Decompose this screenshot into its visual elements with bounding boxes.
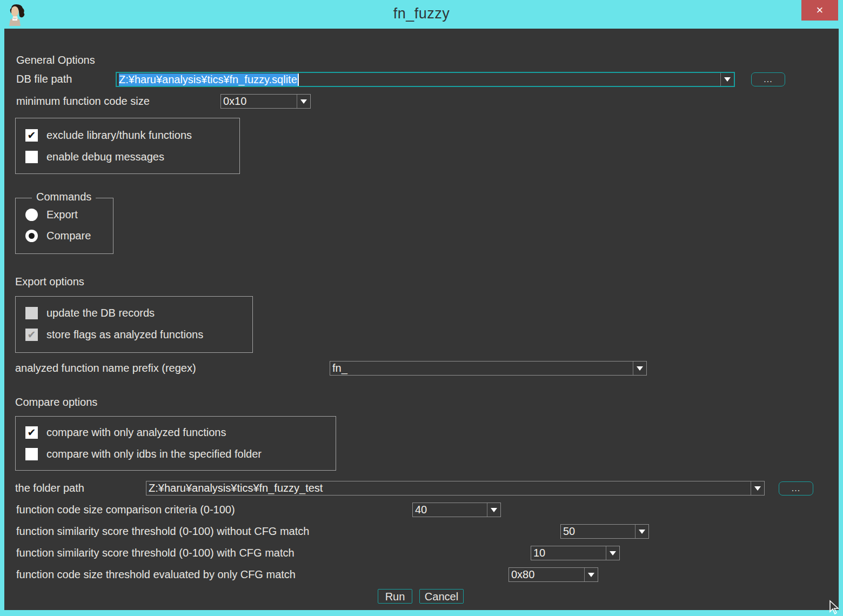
criteria-dropdown-without-cfg[interactable]: 50 [560, 524, 649, 539]
titlebar[interactable]: fn_fuzzy × [0, 0, 843, 29]
radio-label[interactable]: Compare [46, 230, 91, 242]
min-code-size-value: 0x10 [221, 95, 297, 108]
criteria-value: 0x80 [509, 568, 584, 581]
checkbox-row-enable-debug[interactable]: enable debug messages [25, 151, 164, 163]
checkbox[interactable] [25, 307, 38, 319]
prefix-label: analyzed function name prefix (regex) [15, 361, 196, 376]
export-checkbox-group: update the DB records store flags as ana… [15, 296, 253, 353]
criteria-label-only-cfg: function code size threshold evaluated b… [16, 567, 296, 582]
checkbox-row-only-analyzed[interactable]: compare with only analyzed functions [25, 426, 226, 439]
db-file-path-combobox[interactable]: Z:¥haru¥analysis¥tics¥fn_fuzzy.sqlite [116, 72, 735, 87]
prefix-combobox[interactable]: fn_ [330, 361, 647, 376]
chevron-down-icon[interactable] [584, 568, 598, 581]
criteria-dropdown-code-size[interactable]: 40 [412, 503, 501, 517]
chevron-down-icon[interactable] [297, 95, 310, 108]
criteria-value: 10 [531, 546, 606, 560]
chevron-down-icon[interactable] [487, 503, 500, 517]
criteria-value: 40 [413, 503, 487, 517]
prefix-value: fn_ [330, 361, 633, 375]
folder-path-value: Z:¥haru¥analysis¥tics¥fn_fuzzy_test [146, 481, 751, 495]
radio-row-export[interactable]: Export [25, 209, 78, 221]
db-file-path-text: Z:¥haru¥analysis¥tics¥fn_fuzzy.sqlite [117, 73, 720, 86]
run-button[interactable]: Run [378, 589, 412, 604]
export-options-heading: Export options [15, 274, 84, 289]
radio-label[interactable]: Export [46, 209, 78, 221]
checkbox[interactable] [25, 426, 38, 439]
radio-row-compare[interactable]: Compare [25, 230, 91, 242]
checkbox-label[interactable]: compare with only analyzed functions [46, 426, 226, 439]
checkbox-row-exclude-library[interactable]: exclude library/thunk functions [25, 129, 192, 142]
chevron-down-icon[interactable] [606, 546, 619, 560]
db-file-path-label: DB file path [16, 72, 72, 86]
compare-checkbox-group: compare with only analyzed functions com… [15, 416, 336, 471]
chevron-down-icon[interactable] [751, 481, 764, 495]
chevron-down-icon[interactable] [720, 73, 734, 86]
radio-button[interactable] [25, 230, 38, 242]
folder-path-combobox[interactable]: Z:¥haru¥analysis¥tics¥fn_fuzzy_test [146, 481, 765, 496]
criteria-dropdown-with-cfg[interactable]: 10 [531, 546, 620, 560]
checkbox-label[interactable]: store flags as analyzed functions [46, 329, 203, 341]
commands-legend: Commands [32, 191, 96, 203]
folder-browse-button[interactable]: ... [779, 481, 813, 496]
checkbox-label[interactable]: enable debug messages [46, 151, 164, 163]
criteria-dropdown-only-cfg[interactable]: 0x80 [509, 567, 598, 582]
chevron-down-icon[interactable] [633, 361, 646, 375]
db-browse-button[interactable]: ... [751, 72, 785, 86]
checkbox[interactable] [25, 448, 38, 460]
criteria-label-code-size: function code size comparison criteria (… [16, 503, 235, 517]
db-file-path-value: Z:¥haru¥analysis¥tics¥fn_fuzzy.sqlite [119, 73, 299, 86]
general-options-heading: General Options [16, 53, 95, 67]
checkbox[interactable] [25, 129, 38, 142]
checkbox[interactable] [25, 329, 38, 341]
chevron-down-icon[interactable] [635, 525, 648, 538]
criteria-label-with-cfg: function similarity score threshold (0-1… [16, 546, 295, 560]
close-button[interactable]: × [801, 0, 838, 21]
checkbox[interactable] [25, 151, 38, 163]
min-code-size-dropdown[interactable]: 0x10 [220, 94, 311, 109]
min-code-size-label: minimum function code size [16, 94, 150, 109]
checkbox-label[interactable]: compare with only idbs in the specified … [46, 448, 262, 460]
cancel-button[interactable]: Cancel [419, 589, 464, 604]
mouse-cursor-icon [829, 600, 842, 615]
checkbox-row-update-db[interactable]: update the DB records [25, 307, 155, 319]
folder-path-label: the folder path [15, 481, 84, 496]
checkbox-row-only-idbs[interactable]: compare with only idbs in the specified … [25, 448, 262, 460]
window-title: fn_fuzzy [0, 5, 843, 22]
criteria-value: 50 [561, 525, 635, 538]
dialog-body: General Options DB file path Z:¥haru¥ana… [4, 29, 839, 610]
checkbox-label[interactable]: update the DB records [46, 307, 155, 319]
checkbox-row-store-flags[interactable]: store flags as analyzed functions [25, 329, 203, 341]
criteria-label-without-cfg: function similarity score threshold (0-1… [16, 524, 309, 539]
commands-group: Commands Export Compare [15, 198, 113, 254]
general-checkbox-group: exclude library/thunk functions enable d… [15, 118, 240, 174]
radio-button[interactable] [25, 209, 38, 221]
dialog-window: fn_fuzzy × General Options DB file path … [0, 0, 843, 616]
checkbox-label[interactable]: exclude library/thunk functions [46, 129, 192, 142]
compare-options-heading: Compare options [15, 395, 97, 409]
